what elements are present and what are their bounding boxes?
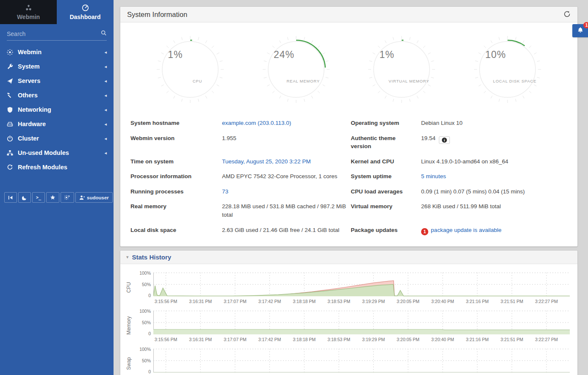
info-value: Debian Linux 10 bbox=[421, 116, 567, 131]
info-value-link[interactable]: 73 bbox=[222, 188, 228, 195]
user-icon bbox=[79, 195, 85, 200]
info-value: 73 bbox=[222, 184, 348, 199]
gears-icon bbox=[64, 195, 70, 200]
info-value-link[interactable]: package update is available bbox=[431, 227, 502, 233]
refresh-icon bbox=[563, 10, 571, 19]
sidebar-item-label: Un-used Modules bbox=[18, 149, 104, 156]
gauge-label: VIRTUAL MEMORY bbox=[373, 79, 445, 83]
theme-info-button[interactable]: i bbox=[439, 136, 450, 144]
y-tick-label: 100% bbox=[139, 347, 151, 352]
info-label-text: Processor information bbox=[130, 173, 191, 179]
sidebar-item-label: Hardware bbox=[18, 121, 104, 127]
info-label-text: Operating system bbox=[351, 120, 399, 126]
system-information-panel: System Information 1%CPU24%REAL MEMORY1%… bbox=[120, 6, 578, 247]
info-value: 268 KiB used / 511.99 MiB total bbox=[421, 199, 567, 222]
collapse-sidebar-button[interactable] bbox=[4, 192, 17, 203]
x-tick-label: 3:21:51 PM bbox=[500, 337, 523, 342]
info-label: Authentic theme version bbox=[351, 131, 419, 154]
x-tick-label: 3:20:05 PM bbox=[397, 299, 419, 304]
sidebar-item-label: System bbox=[18, 63, 104, 70]
info-label-text: Webmin version bbox=[130, 135, 175, 141]
dashboard-gauge-icon bbox=[82, 4, 89, 12]
tab-webmin[interactable]: Webmin bbox=[0, 0, 57, 24]
tab-dashboard[interactable]: Dashboard bbox=[57, 0, 114, 24]
info-label: Time on system bbox=[130, 154, 219, 169]
info-label: Webmin version bbox=[130, 131, 219, 154]
info-value-text: 0.09 (1 min) 0.07 (5 mins) 0.04 (15 mins… bbox=[421, 188, 525, 195]
user-button[interactable]: sudouser bbox=[75, 192, 113, 203]
info-value: AMD EPYC 7542 32-Core Processor, 1 cores bbox=[222, 169, 348, 184]
sidebar-toolbar: >_ sudouser bbox=[4, 192, 109, 203]
y-tick-label: 50% bbox=[142, 320, 151, 325]
x-axis-labels: 3:15:56 PM3:16:31 PM3:17:07 PM3:17:42 PM… bbox=[153, 298, 570, 305]
shield-icon bbox=[7, 107, 18, 113]
sidebar-item-others[interactable]: Others◂ bbox=[0, 88, 114, 102]
sidebar-item-refresh-modules[interactable]: Refresh Modules bbox=[0, 160, 114, 174]
sidebar-item-un-used-modules[interactable]: Un-used Modules◂ bbox=[0, 146, 114, 160]
collapse-caret-icon: ▾ bbox=[126, 254, 129, 260]
info-label: Package updates bbox=[351, 223, 419, 239]
stats-history-header[interactable]: ▾ Stats History bbox=[120, 251, 577, 264]
x-tick-label: 3:20:40 PM bbox=[431, 337, 454, 342]
x-tick-label: 3:15:56 PM bbox=[155, 299, 178, 304]
info-value-text: 19.54 bbox=[421, 135, 435, 141]
x-tick-label: 3:19:29 PM bbox=[362, 299, 385, 304]
info-value: 1package update is available bbox=[421, 223, 567, 239]
info-value: 1.955 bbox=[222, 131, 348, 154]
notifications-button[interactable]: 1 bbox=[572, 24, 588, 37]
chart-ylabel: CPU bbox=[126, 282, 132, 292]
gauge-value: 1% bbox=[168, 49, 183, 61]
caret-left-icon: ◂ bbox=[104, 150, 107, 156]
chart-swap: Swap100%50%03:15:56 PM3:16:31 PM3:17:07 … bbox=[123, 349, 570, 375]
gauge-virtual-memory: 1%VIRTUAL MEMORY bbox=[366, 33, 438, 105]
info-value-link[interactable]: 5 minutes bbox=[421, 173, 446, 179]
info-label: Processor information bbox=[130, 169, 219, 184]
info-value-link[interactable]: example.com (203.0.113.0) bbox=[222, 120, 291, 126]
sidebar-item-servers[interactable]: Servers◂ bbox=[0, 74, 114, 88]
info-label-text: Running processes bbox=[130, 188, 183, 195]
sidebar-item-networking[interactable]: Networking◂ bbox=[0, 102, 114, 117]
night-mode-button[interactable] bbox=[18, 192, 31, 203]
gauge-value: 1% bbox=[380, 49, 394, 61]
info-value-text: 268 KiB used / 511.99 MiB total bbox=[421, 203, 501, 210]
sidebar-nav: Webmin◂System◂Servers◂Others◂Networking◂… bbox=[0, 45, 114, 174]
gauge-label: REAL MEMORY bbox=[267, 79, 339, 83]
main-area: System Information 1%CPU24%REAL MEMORY1%… bbox=[114, 0, 588, 375]
info-label-text: Virtual memory bbox=[351, 203, 392, 210]
x-tick-label: 3:22:27 PM bbox=[535, 299, 558, 304]
x-tick-label: 3:21:51 PM bbox=[500, 299, 523, 304]
refresh-icon bbox=[7, 164, 18, 171]
chart-ylabel: Swap bbox=[126, 357, 132, 370]
info-value: 2.63 GiB used / 21.46 GiB free / 24.1 Gi… bbox=[222, 223, 348, 239]
sidebar-tabs: Webmin Dashboard bbox=[0, 0, 114, 24]
search-icon[interactable] bbox=[101, 30, 107, 38]
info-label: System uptime bbox=[351, 169, 419, 184]
favorites-button[interactable] bbox=[46, 192, 59, 203]
sidebar-item-system[interactable]: System◂ bbox=[0, 59, 114, 74]
x-tick-label: 3:15:56 PM bbox=[155, 337, 178, 342]
x-tick-label: 3:21:16 PM bbox=[466, 299, 489, 304]
y-tick-label: 0 bbox=[148, 331, 151, 336]
system-information-header: System Information bbox=[120, 7, 577, 22]
tab-dashboard-label: Dashboard bbox=[69, 14, 100, 20]
info-label-text: Local disk space bbox=[130, 227, 176, 233]
x-tick-label: 3:20:40 PM bbox=[431, 299, 454, 304]
info-value-text: AMD EPYC 7542 32-Core Processor, 1 cores bbox=[222, 173, 337, 179]
refresh-button[interactable] bbox=[563, 10, 571, 19]
sidebar-item-webmin[interactable]: Webmin◂ bbox=[0, 45, 114, 59]
caret-left-icon: ◂ bbox=[104, 107, 107, 113]
search-input[interactable] bbox=[7, 30, 101, 37]
sidebar-item-hardware[interactable]: Hardware◂ bbox=[0, 117, 114, 131]
terminal-button[interactable]: >_ bbox=[32, 192, 45, 203]
info-label-text: Package updates bbox=[351, 227, 397, 233]
theme-settings-button[interactable] bbox=[61, 192, 74, 203]
x-tick-label: 3:16:31 PM bbox=[189, 299, 212, 304]
info-value-link[interactable]: Tuesday, August 25, 2020 3:22 PM bbox=[222, 158, 311, 165]
caret-left-icon: ◂ bbox=[104, 64, 107, 69]
info-label: Kernel and CPU bbox=[351, 154, 419, 169]
sidebar-item-cluster[interactable]: Cluster◂ bbox=[0, 131, 114, 146]
info-value-text: 1.955 bbox=[222, 135, 236, 141]
info-label-text: Time on system bbox=[130, 158, 174, 165]
info-value-text: 2.63 GiB used / 21.46 GiB free / 24.1 Gi… bbox=[222, 227, 339, 233]
y-tick-label: 0 bbox=[148, 369, 151, 374]
